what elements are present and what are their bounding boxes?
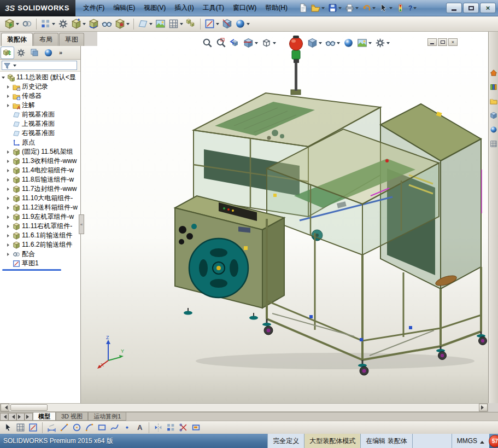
arc-tool-button[interactable] xyxy=(84,421,95,434)
configurationmanager-tab[interactable] xyxy=(28,47,41,59)
tree-item-component[interactable]: 11.11右机罩组件- xyxy=(0,222,80,231)
minimize-button[interactable] xyxy=(446,3,462,13)
custom-properties-button[interactable] xyxy=(489,139,498,148)
save-button[interactable] xyxy=(327,2,343,15)
sketch-button[interactable] xyxy=(27,421,39,434)
sketch-pattern-button[interactable] xyxy=(165,421,177,434)
select-button[interactable] xyxy=(378,2,394,15)
tree-item-origin[interactable]: 原点 xyxy=(0,138,80,147)
rebuild-button[interactable] xyxy=(395,2,406,15)
help-button[interactable]: ? xyxy=(407,2,418,15)
point-tool-button[interactable] xyxy=(121,421,133,434)
display-style-button[interactable] xyxy=(306,36,323,49)
rollback-bar[interactable] xyxy=(2,269,61,271)
mirror-entities-button[interactable] xyxy=(153,421,164,434)
tree-item-assembly-root[interactable]: 11.1总装图 (默认<显 xyxy=(0,73,80,82)
tab-model[interactable]: 模型 xyxy=(33,412,56,421)
zoom-to-area-button[interactable] xyxy=(215,36,227,49)
select-tool-button[interactable] xyxy=(2,421,14,434)
doc-minimize-button[interactable] xyxy=(427,38,437,46)
rectangle-tool-button[interactable] xyxy=(96,421,108,434)
tab-scroll-first-button[interactable] xyxy=(0,413,8,421)
horizontal-scrollbar[interactable] xyxy=(0,403,488,412)
tab-sketch[interactable]: 草图 xyxy=(59,33,84,46)
tree-item-right-plane[interactable]: 右视基准面 xyxy=(0,129,80,138)
file-explorer-button[interactable] xyxy=(489,96,498,106)
graphics-area[interactable]: × Z Y X xyxy=(81,32,488,403)
menu-file[interactable]: 文件(F) xyxy=(79,0,109,16)
featuremanager-tree-tab[interactable] xyxy=(1,47,14,59)
apply-scene-button[interactable] xyxy=(356,36,373,49)
mate-button[interactable] xyxy=(21,18,33,31)
film-reel[interactable] xyxy=(189,238,248,298)
undo-button[interactable] xyxy=(361,2,377,15)
scroll-left-button[interactable] xyxy=(1,404,9,411)
large-assembly-mode-indicator[interactable]: 大型装配体模式 xyxy=(304,434,360,448)
tree-filter-input[interactable] xyxy=(2,61,77,70)
appearances-scenes-button[interactable] xyxy=(489,125,498,134)
hide-show-items-button[interactable] xyxy=(324,36,341,49)
tree-item-component[interactable]: 11.3收料组件-www xyxy=(0,156,80,166)
propertymanager-tab[interactable] xyxy=(15,47,27,59)
tab-motion-study-1[interactable]: 运动算例1 xyxy=(88,412,126,421)
menu-help[interactable]: 帮助(H) xyxy=(261,0,292,16)
tree-item-annotations[interactable]: A注解 xyxy=(0,101,80,110)
displaymanager-tab[interactable] xyxy=(42,47,55,59)
resource-monitor-badge[interactable]: 57 xyxy=(489,435,498,447)
scroll-right-button[interactable] xyxy=(479,404,488,411)
exploded-view-button[interactable] xyxy=(185,18,197,31)
menu-edit[interactable]: 编辑(E) xyxy=(109,0,139,16)
tree-item-component[interactable]: 11.6.2前输送组件 xyxy=(0,240,80,249)
tree-item-component[interactable]: 11.12送料箱组件-w xyxy=(0,203,80,212)
tree-item-history[interactable]: 历史记录 xyxy=(0,82,80,91)
tree-item-sketch1[interactable]: 草图1 xyxy=(0,259,80,268)
circle-tool-button[interactable] xyxy=(71,421,83,434)
tree-item-component[interactable]: 11.7边封组件-www xyxy=(0,184,80,194)
view-settings-button[interactable] xyxy=(374,36,391,49)
tree-item-front-plane[interactable]: 前视基准面 xyxy=(0,110,80,119)
open-button[interactable] xyxy=(310,2,326,15)
convert-entities-button[interactable] xyxy=(190,421,202,434)
menu-view[interactable]: 视图(V) xyxy=(139,0,170,16)
move-component-button[interactable] xyxy=(70,18,87,31)
smart-fasteners-button[interactable] xyxy=(57,18,69,31)
insert-component-button[interactable] xyxy=(3,18,20,31)
tab-layout[interactable]: 布局 xyxy=(33,33,58,46)
units-selector[interactable]: MMGS xyxy=(452,434,489,448)
menu-tools[interactable]: 工具(T) xyxy=(198,0,229,16)
component-pattern-button[interactable] xyxy=(39,18,56,31)
tab-3d-views[interactable]: 3D 视图 xyxy=(56,412,88,421)
spline-tool-button[interactable] xyxy=(109,421,120,434)
tree-item-sensors[interactable]: 传感器 xyxy=(0,91,80,101)
show-hidden-button[interactable] xyxy=(101,18,113,31)
tree-item-component[interactable]: 11.10大电箱组件- xyxy=(0,194,80,203)
assembly-features-button[interactable] xyxy=(114,18,131,31)
tree-item-component[interactable]: (固定) 11.5机架组 xyxy=(0,147,80,156)
view-palette-button[interactable] xyxy=(489,110,498,120)
scrollbar-thumb[interactable] xyxy=(10,404,48,411)
doc-close-button[interactable]: × xyxy=(448,38,458,46)
design-library-button[interactable] xyxy=(489,82,498,91)
doc-restore-button[interactable] xyxy=(438,38,447,46)
appearance-button[interactable] xyxy=(234,18,251,31)
new-document-button[interactable] xyxy=(297,2,309,15)
fm-overflow-button[interactable]: » xyxy=(59,49,62,56)
tree-item-component[interactable]: 11.9左机罩组件-w xyxy=(0,212,80,222)
text-tool-button[interactable]: A xyxy=(134,421,145,434)
tree-item-top-plane[interactable]: 上视基准面 xyxy=(0,119,80,129)
trim-entities-button[interactable] xyxy=(178,421,189,434)
menu-window[interactable]: 窗口(W) xyxy=(229,0,261,16)
panel-splitter-handle[interactable]: « xyxy=(79,214,84,234)
solidworks-resources-button[interactable] xyxy=(489,68,498,77)
previous-view-button[interactable] xyxy=(229,36,241,49)
edit-appearance-button[interactable] xyxy=(342,36,355,49)
assembly-3d-model[interactable] xyxy=(81,32,488,403)
section-view-button[interactable] xyxy=(242,36,259,49)
interference-button[interactable] xyxy=(221,18,233,31)
view-orientation-button[interactable] xyxy=(260,36,277,49)
line-tool-button[interactable] xyxy=(58,421,70,434)
explode-line-button[interactable] xyxy=(203,18,220,31)
tree-item-component[interactable]: 11.4电控箱组件-w xyxy=(0,166,80,175)
grid-system-button[interactable] xyxy=(15,421,26,434)
close-button[interactable]: × xyxy=(480,3,496,13)
